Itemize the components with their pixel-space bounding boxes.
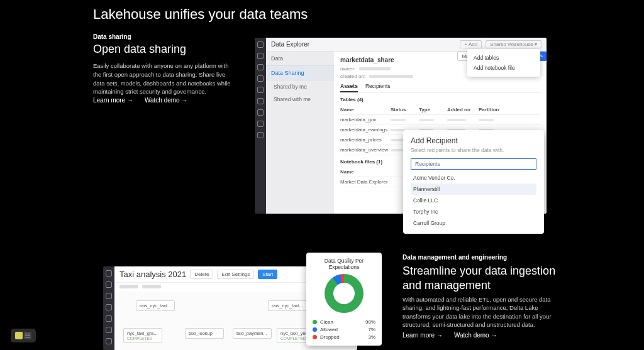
- owner-label: owner:: [340, 66, 355, 72]
- col-partition: Partition: [479, 107, 510, 112]
- pipeline-node[interactable]: taxi_paymen...: [233, 328, 272, 339]
- manage-assets-dropdown: Add tables Add notebook file: [467, 49, 540, 77]
- nb-row-name: Market Data Explorer: [340, 179, 391, 185]
- recipient-option[interactable]: Carroll Group: [411, 217, 536, 229]
- sidebar-item-data[interactable]: Data: [266, 52, 334, 66]
- recipient-option[interactable]: Acme Vendor Co.: [411, 172, 536, 183]
- legend-value: 90%: [365, 319, 375, 325]
- row-name: marketdata_gov: [340, 117, 391, 123]
- rail-icon[interactable]: [106, 282, 112, 288]
- legend-dot-icon: [313, 335, 317, 339]
- modal-title: Add Recipient: [411, 136, 536, 145]
- tab-assets[interactable]: Assets: [340, 83, 358, 92]
- page-title: Lakehouse unifies your data teams: [93, 6, 308, 23]
- data-explorer-title: Data Explorer: [271, 41, 309, 48]
- rail-icon[interactable]: [106, 315, 112, 322]
- legend-row: Dropped 3%: [313, 333, 375, 341]
- warehouse-selector[interactable]: Shared Warehouse ▾: [486, 40, 541, 48]
- legend-dot-icon: [313, 320, 317, 324]
- rail-icon[interactable]: [257, 121, 264, 127]
- created-label: created on:: [340, 74, 365, 79]
- sidebar-shared-with-me[interactable]: Shared with me: [266, 93, 334, 106]
- dropdown-add-tables[interactable]: Add tables: [467, 53, 540, 63]
- rail-icon[interactable]: [257, 109, 264, 116]
- start-button[interactable]: Start: [258, 270, 277, 279]
- add-button[interactable]: + Add: [460, 40, 482, 48]
- donut-chart: [325, 274, 364, 313]
- pipeline-node[interactable]: taxi_lookup: [185, 328, 224, 339]
- explorer-sidebar: Data Data Sharing Shared by me Shared wi…: [266, 52, 334, 214]
- section1-watch-demo-link[interactable]: Watch demo →: [145, 97, 188, 104]
- edit-settings-button[interactable]: Edit Settings: [217, 270, 254, 279]
- rail-icon[interactable]: [257, 98, 264, 104]
- section1-eyebrow: Data sharing: [93, 33, 131, 40]
- owner-value-placeholder: [359, 67, 391, 70]
- legend-value: 7%: [368, 327, 375, 332]
- rail-icon[interactable]: [257, 132, 264, 138]
- rail-icon[interactable]: [257, 75, 264, 82]
- rail-icon[interactable]: [106, 327, 112, 333]
- row-name: marketdata_prices: [340, 137, 391, 143]
- section1-heading: Open data sharing: [93, 43, 186, 56]
- rail-icon[interactable]: [257, 64, 264, 70]
- tables-section-label: Tables (4): [340, 97, 540, 102]
- os-dock-icon[interactable]: [11, 329, 36, 342]
- rail-icon[interactable]: [106, 270, 112, 276]
- recipients-input[interactable]: [411, 158, 536, 170]
- section1-learn-more-link[interactable]: Learn more →: [93, 97, 133, 104]
- chart-title: Data Quality Per Expectations: [313, 258, 375, 270]
- sidebar-item-data-sharing[interactable]: Data Sharing: [266, 66, 334, 80]
- section1-body: Easily collaborate with anyone on any pl…: [93, 62, 238, 96]
- section2-heading: Streamline your data ingestion and manag…: [402, 264, 560, 292]
- dock-tile-icon: [15, 332, 23, 339]
- app-rail: [255, 38, 266, 214]
- rail-icon[interactable]: [106, 304, 112, 310]
- rail-icon[interactable]: [257, 53, 264, 59]
- legend-row: Allowed 7%: [313, 325, 375, 333]
- recipient-option[interactable]: Torphy Inc: [411, 206, 536, 217]
- col-name: Name: [340, 107, 391, 112]
- legend-row: Clean 90%: [313, 318, 375, 325]
- tab-recipients[interactable]: Recipients: [365, 83, 391, 92]
- pipeline-title: Taxi analysis 2021: [119, 270, 186, 279]
- pipeline-node[interactable]: raw_nyc_taxi...: [268, 300, 307, 311]
- nb-col-name: Name: [340, 169, 391, 175]
- legend-dot-icon: [313, 327, 317, 332]
- col-status: Status: [391, 107, 419, 112]
- dropdown-add-notebook[interactable]: Add notebook file: [467, 63, 540, 73]
- section2-body: With automated and reliable ETL, open an…: [402, 295, 553, 329]
- recipient-option[interactable]: Pfannerstill: [411, 183, 536, 195]
- modal-subtitle: Select recipients to share the data with…: [411, 147, 536, 153]
- section2-watch-demo-link[interactable]: Watch demo →: [454, 332, 497, 339]
- data-quality-card: Data Quality Per Expectations Clean 90% …: [306, 253, 382, 346]
- rail-icon[interactable]: [106, 338, 112, 344]
- section2-learn-more-link[interactable]: Learn more →: [402, 332, 443, 339]
- col-added: Added on: [447, 107, 479, 112]
- add-recipient-modal: Add Recipient Select recipients to share…: [403, 130, 544, 234]
- table-row[interactable]: marketdata_gov: [340, 115, 540, 125]
- legend-value: 3%: [368, 334, 375, 340]
- col-type: Type: [419, 107, 447, 112]
- row-name: marketdata_overview: [340, 147, 391, 153]
- rail-icon[interactable]: [106, 293, 112, 299]
- row-name: marketdata_earnings: [340, 127, 391, 133]
- created-value-placeholder: [369, 75, 413, 78]
- dock-list-icon: [24, 332, 31, 339]
- section2-eyebrow: Data management and engineering: [402, 254, 507, 261]
- pipeline-node[interactable]: raw_nyc_taxi...: [136, 300, 175, 311]
- sidebar-shared-by-me[interactable]: Shared by me: [266, 80, 334, 93]
- delete-button[interactable]: Delete: [190, 270, 213, 279]
- app-rail: [103, 266, 114, 350]
- recipient-option[interactable]: Collie LLC: [411, 195, 536, 206]
- rail-icon[interactable]: [257, 87, 264, 93]
- pipeline-node[interactable]: nyc_taxi_gre...COMPLETED: [123, 328, 162, 343]
- rail-icon[interactable]: [257, 41, 264, 48]
